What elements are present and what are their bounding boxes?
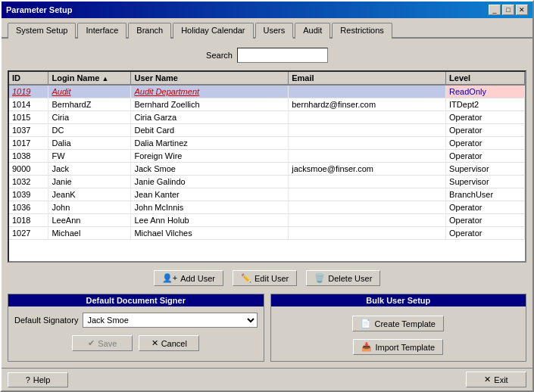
create-template-button[interactable]: 📄 Create Template bbox=[352, 316, 444, 331]
exit-button[interactable]: ✕ Exit bbox=[466, 372, 526, 387]
main-window: Parameter Setup _ □ ✕ System Setup Inter… bbox=[0, 0, 534, 392]
main-content: Search ID Login Name ▲ User Name Email L… bbox=[2, 39, 532, 368]
edit-user-button[interactable]: ✏️ Edit User bbox=[233, 270, 297, 286]
signatory-row: Default Signatory Jack Smoe BernhardZ Ja… bbox=[14, 313, 258, 328]
action-buttons: 👤+ Add User ✏️ Edit User 🗑️ Delete User bbox=[8, 267, 526, 289]
col-header-email[interactable]: Email bbox=[289, 72, 446, 85]
table-row[interactable]: 1036JohnJohn McInnisOperator bbox=[9, 201, 525, 214]
col-header-login[interactable]: Login Name ▲ bbox=[48, 72, 131, 85]
table-row[interactable]: 1014BernhardZBernhard Zoellichbernhardz@… bbox=[9, 98, 525, 111]
signatory-label: Default Signatory bbox=[14, 316, 78, 325]
default-signer-content: Default Signatory Jack Smoe BernhardZ Ja… bbox=[8, 306, 264, 357]
import-template-icon: 📥 bbox=[361, 342, 372, 352]
save-button[interactable]: ✔ Save bbox=[72, 335, 133, 351]
bulk-setup-content: 📄 Create Template 📥 Import Template bbox=[271, 306, 526, 361]
signatory-select[interactable]: Jack Smoe BernhardZ Janie Michael bbox=[83, 313, 257, 328]
help-button[interactable]: ? Help bbox=[8, 372, 68, 387]
table-row[interactable]: 1032JanieJanie GalindoSupervisor bbox=[9, 176, 525, 188]
tab-audit[interactable]: Audit bbox=[295, 23, 330, 39]
exit-icon: ✕ bbox=[484, 375, 491, 384]
tab-users[interactable]: Users bbox=[255, 23, 294, 39]
save-icon: ✔ bbox=[88, 338, 95, 348]
table-row[interactable]: 1038FWForeign WireOperator bbox=[9, 150, 525, 163]
table-row[interactable]: 1019AuditAudit DepartmentReadOnly bbox=[9, 85, 525, 98]
close-button[interactable]: ✕ bbox=[516, 5, 528, 15]
minimize-button[interactable]: _ bbox=[489, 5, 501, 15]
table-row[interactable]: 1037DCDebit CardOperator bbox=[9, 124, 525, 137]
add-user-button[interactable]: 👤+ Add User bbox=[154, 270, 223, 286]
default-signer-title: Default Document Signer bbox=[8, 294, 264, 306]
title-bar-buttons: _ □ ✕ bbox=[489, 5, 528, 15]
tabs-bar: System Setup Interface Branch Holiday Ca… bbox=[2, 18, 532, 39]
import-buttons: 📥 Import Template bbox=[277, 339, 520, 355]
table-row[interactable]: 9000JackJack Smoejacksmoe@finser.comSupe… bbox=[9, 163, 525, 176]
table-row[interactable]: 1027MichaelMichael VilchesOperator bbox=[9, 227, 525, 240]
maximize-button[interactable]: □ bbox=[502, 5, 514, 15]
table-row[interactable]: 1017DaliaDalia MartinezOperator bbox=[9, 137, 525, 150]
create-template-icon: 📄 bbox=[361, 319, 371, 328]
col-header-id[interactable]: ID bbox=[9, 72, 48, 85]
col-header-level[interactable]: Level bbox=[446, 72, 525, 85]
window-title: Parameter Setup bbox=[6, 5, 72, 14]
table-header-row: ID Login Name ▲ User Name Email Level bbox=[9, 72, 525, 85]
tab-restrictions[interactable]: Restrictions bbox=[332, 23, 392, 39]
tab-interface[interactable]: Interface bbox=[77, 23, 126, 39]
users-table: ID Login Name ▲ User Name Email Level 10… bbox=[9, 72, 525, 240]
edit-user-icon: ✏️ bbox=[241, 273, 251, 283]
tab-holiday-calendar[interactable]: Holiday Calendar bbox=[173, 23, 253, 39]
default-signer-panel: Default Document Signer Default Signator… bbox=[8, 294, 264, 362]
table-row[interactable]: 1015CiriaCiria GarzaOperator bbox=[9, 111, 525, 124]
tab-branch[interactable]: Branch bbox=[128, 23, 171, 39]
tab-system-setup[interactable]: System Setup bbox=[8, 23, 76, 39]
search-bar: Search bbox=[8, 45, 526, 66]
search-label: Search bbox=[206, 51, 233, 60]
footer: ? Help ✕ Exit bbox=[2, 368, 532, 390]
title-bar: Parameter Setup _ □ ✕ bbox=[2, 2, 532, 18]
add-user-icon: 👤+ bbox=[162, 273, 177, 283]
table-body: 1019AuditAudit DepartmentReadOnly1014Ber… bbox=[9, 85, 525, 240]
bulk-setup-title: Bulk User Setup bbox=[271, 294, 526, 306]
search-input[interactable] bbox=[237, 48, 328, 63]
bulk-setup-panel: Bulk User Setup 📄 Create Template 📥 Impo… bbox=[270, 294, 527, 362]
col-header-username[interactable]: User Name bbox=[131, 72, 289, 85]
users-table-container[interactable]: ID Login Name ▲ User Name Email Level 10… bbox=[8, 70, 526, 263]
cancel-icon: ✕ bbox=[151, 338, 158, 348]
signer-buttons: ✔ Save ✕ Cancel bbox=[14, 335, 258, 351]
table-row[interactable]: 1039JeanKJean KanterBranchUser bbox=[9, 188, 525, 201]
bulk-buttons: 📄 Create Template bbox=[277, 316, 520, 331]
help-icon: ? bbox=[26, 375, 30, 384]
bottom-panels: Default Document Signer Default Signator… bbox=[8, 294, 526, 362]
delete-user-icon: 🗑️ bbox=[314, 273, 325, 283]
table-row[interactable]: 1018LeeAnnLee Ann HolubOperator bbox=[9, 214, 525, 227]
import-template-button[interactable]: 📥 Import Template bbox=[353, 339, 443, 355]
cancel-button[interactable]: ✕ Cancel bbox=[139, 335, 199, 351]
delete-user-button[interactable]: 🗑️ Delete User bbox=[306, 270, 380, 286]
